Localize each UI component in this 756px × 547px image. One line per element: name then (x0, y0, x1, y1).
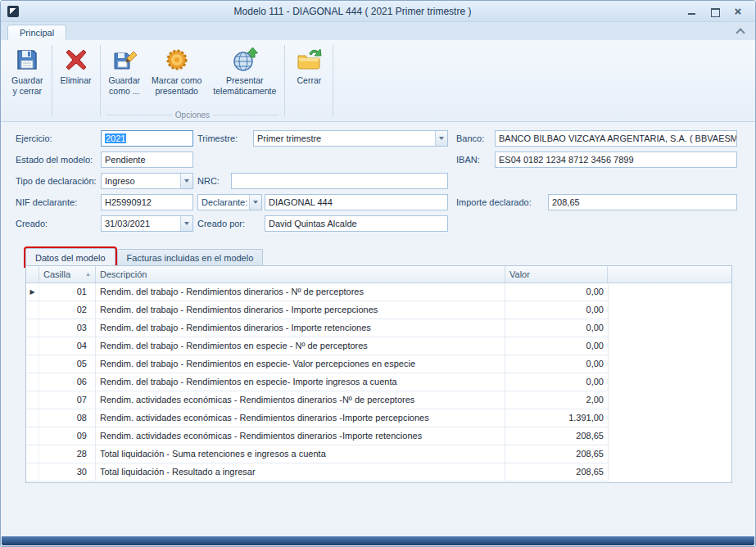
cell-descripcion: Rendim. del trabajo - Rendimientos diner… (96, 283, 505, 301)
ribbon-group-save-close: Guardar y cerrar (6, 42, 49, 121)
declarante-field[interactable]: DIAGONAL 444 (265, 194, 448, 210)
cell-casilla: 07 (39, 391, 96, 409)
tab-facturas-incluidas[interactable]: Facturas incluidas en el modelo (117, 249, 264, 266)
table-row[interactable]: 30 Total liquidación - Resultado a ingre… (26, 463, 609, 481)
cell-casilla: 09 (39, 427, 96, 445)
ribbon-separator (52, 45, 52, 116)
creado-por-label: Creado por: (197, 215, 245, 232)
nrc-field[interactable] (231, 173, 448, 189)
ribbon-group-caption: Opciones (103, 109, 283, 121)
cell-casilla: 05 (39, 355, 96, 373)
column-header-descripcion[interactable]: Descripción (96, 266, 505, 283)
iban-label: IBAN: (456, 151, 480, 168)
cell-descripcion: Rendim. del trabajo - Rendimientos en es… (96, 355, 505, 373)
creado-por-field[interactable]: David Quintas Alcalde (265, 215, 448, 232)
table-row[interactable]: 02 Rendim. del trabajo - Rendimientos di… (26, 301, 609, 319)
grid-header: Casilla ▲ Descripción Valor (26, 266, 731, 283)
nif-declarante-label: NIF declarante: (16, 194, 77, 210)
declarante-dropdown-button[interactable] (249, 195, 261, 210)
importe-declarado-field[interactable]: 208,65 (548, 194, 737, 210)
model-form: Ejercicio: 2021 Trimestre: Primer trimes… (1, 122, 756, 247)
estado-field[interactable]: Pendiente (101, 151, 193, 168)
cell-valor: 0,00 (505, 355, 608, 373)
banco-label: Banco: (456, 130, 484, 147)
tab-datos-del-modelo[interactable]: Datos del modelo (25, 248, 115, 266)
row-indicator (26, 319, 39, 337)
ribbon-separator (100, 45, 101, 116)
row-indicator (26, 427, 39, 445)
modelo-111-window: Modelo 111 - DIAGONAL 444 ( 2021 Primer … (0, 0, 756, 547)
chevron-down-icon (253, 201, 258, 204)
grid-body: ▶ 01 Rendim. del trabajo - Rendimientos … (26, 283, 731, 481)
tab-principal[interactable]: Principal (7, 25, 66, 40)
window-title: Modelo 111 - DIAGONAL 444 ( 2021 Primer … (19, 6, 686, 17)
table-row[interactable]: 07 Rendim. actividades económicas - Rend… (26, 391, 609, 409)
table-row[interactable]: 06 Rendim. del trabajo - Rendimientos en… (26, 373, 609, 391)
cell-valor: 2,00 (505, 391, 608, 409)
row-indicator (26, 373, 39, 391)
declarante-selector[interactable]: Declarante: (197, 194, 262, 210)
cell-valor: 208,65 (505, 463, 608, 481)
eliminar-button[interactable]: Eliminar (55, 42, 97, 88)
collapse-ribbon-icon[interactable] (734, 25, 747, 38)
cell-valor: 208,65 (505, 445, 608, 463)
guardar-y-cerrar-button[interactable]: Guardar y cerrar (6, 42, 49, 99)
chevron-down-icon (439, 137, 444, 140)
cell-descripcion: Rendim. del trabajo - Rendimientos en es… (96, 337, 505, 355)
table-row[interactable]: ▶ 01 Rendim. del trabajo - Rendimientos … (26, 283, 609, 301)
creado-dropdown-button[interactable] (180, 216, 192, 231)
model-data-grid: Casilla ▲ Descripción Valor ▶ 01 Rendim.… (25, 265, 732, 483)
trimestre-dropdown-button[interactable] (435, 131, 447, 146)
trimestre-dropdown[interactable]: Primer trimestre (253, 130, 448, 147)
presentar-telematicamente-button[interactable]: Presentar telemáticamente (207, 42, 282, 99)
cell-descripcion: Rendim. del trabajo - Rendimientos diner… (96, 301, 505, 319)
ribbon-group-close: Cerrar (287, 42, 330, 121)
table-row[interactable]: 03 Rendim. del trabajo - Rendimientos di… (26, 319, 609, 337)
creado-date-field[interactable]: 31/03/2021 (101, 215, 193, 232)
cell-valor: 0,00 (505, 319, 608, 337)
column-header-casilla[interactable]: Casilla ▲ (39, 266, 96, 283)
table-row[interactable]: 09 Rendim. actividades económicas - Rend… (26, 427, 609, 445)
maximize-button[interactable] (709, 7, 721, 16)
ribbon-group-opciones: Guardar como ... Marcar como presentado (103, 42, 283, 121)
table-row[interactable]: 08 Rendim. actividades económicas - Rend… (26, 409, 609, 427)
table-row[interactable]: 28 Total liquidación - Suma retenciones … (26, 445, 609, 463)
row-indicator (26, 301, 39, 319)
nif-declarante-field[interactable]: H25990912 (101, 194, 193, 210)
chevron-down-icon (184, 222, 189, 225)
ribbon-separator (333, 45, 333, 116)
tipo-dropdown-button[interactable] (180, 174, 192, 188)
delete-icon (63, 47, 89, 73)
column-header-valor[interactable]: Valor (505, 266, 608, 283)
cell-valor: 0,00 (505, 337, 608, 355)
cell-casilla: 01 (39, 283, 96, 301)
tipo-declaracion-dropdown[interactable]: Ingreso (101, 173, 193, 189)
row-indicator (26, 355, 39, 373)
row-indicator (26, 445, 39, 463)
cell-casilla: 03 (39, 319, 96, 337)
marcar-como-presentado-button[interactable]: Marcar como presentado (146, 42, 207, 99)
importe-declarado-label: Importe declarado: (456, 194, 532, 210)
globe-upload-icon (232, 47, 258, 73)
chevron-down-icon (184, 179, 189, 183)
cell-descripcion: Rendim. actividades económicas - Rendimi… (96, 391, 505, 409)
sort-ascending-icon: ▲ (85, 266, 91, 283)
row-indicator-header (26, 266, 39, 283)
banco-field[interactable]: BANCO BILBAO VIZCAYA ARGENTARIA, S.A. ( … (495, 130, 737, 147)
cerrar-button[interactable]: Cerrar (287, 42, 330, 88)
close-button[interactable]: × (732, 7, 744, 16)
creado-label: Creado: (16, 215, 48, 232)
cell-valor: 0,00 (505, 283, 608, 301)
estado-label: Estado del modelo: (16, 151, 93, 168)
cell-casilla: 30 (39, 463, 96, 481)
row-indicator (26, 409, 39, 427)
ejercicio-field[interactable]: 2021 (101, 130, 193, 147)
minimize-button[interactable] (686, 7, 698, 16)
table-row[interactable]: 05 Rendim. del trabajo - Rendimientos en… (26, 355, 609, 373)
cell-casilla: 04 (39, 337, 96, 355)
table-row[interactable]: 04 Rendim. del trabajo - Rendimientos en… (26, 337, 609, 355)
cell-valor: 1.391,00 (505, 409, 608, 427)
iban-field[interactable]: ES04 0182 1234 8712 3456 7899 (495, 151, 737, 168)
guardar-como-button[interactable]: Guardar como ... (103, 42, 147, 99)
cell-valor: 208,65 (505, 427, 608, 445)
